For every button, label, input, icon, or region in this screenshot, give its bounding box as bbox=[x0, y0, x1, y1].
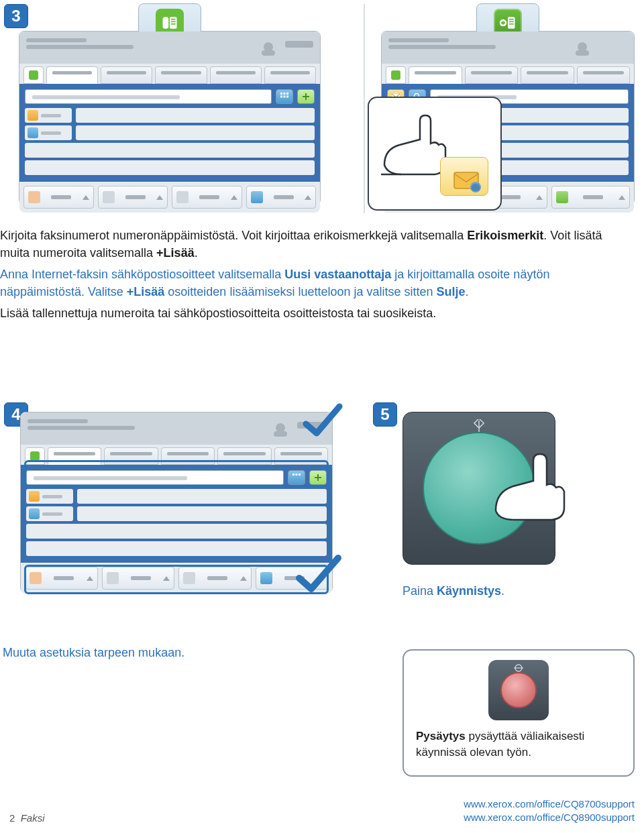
tab-row bbox=[19, 64, 320, 84]
panel-body bbox=[19, 84, 320, 182]
recipient-rows bbox=[25, 108, 315, 175]
bold-text: Erikoismerkit bbox=[467, 229, 543, 242]
svg-rect-15 bbox=[509, 19, 514, 20]
checkmark-icon bbox=[295, 553, 342, 602]
svg-rect-12 bbox=[303, 96, 309, 97]
step4-caption: Muuta asetuksia tarpeen mukaan. bbox=[3, 644, 325, 661]
support-links: www.xerox.com/office/CQ8700support www.x… bbox=[464, 797, 635, 824]
bold-text: Sulje bbox=[437, 285, 466, 298]
hand-pressing-icon bbox=[490, 449, 571, 522]
tab[interactable] bbox=[274, 447, 328, 465]
stop-symbol-icon bbox=[513, 663, 524, 675]
svg-rect-5 bbox=[280, 93, 282, 95]
svg-rect-10 bbox=[286, 96, 288, 98]
bold-text: Uusi vastaanottaja bbox=[284, 268, 391, 281]
panel-header bbox=[19, 32, 320, 64]
panel-bottom-row bbox=[21, 563, 332, 594]
tab-lead-icon bbox=[386, 66, 406, 84]
page-title: Faksi bbox=[21, 812, 45, 824]
tab[interactable] bbox=[465, 66, 519, 84]
tab-lead-icon bbox=[23, 66, 44, 84]
text: . bbox=[195, 246, 198, 260]
bold-text: Pysäytys bbox=[416, 730, 466, 742]
svg-rect-27 bbox=[315, 477, 321, 478]
page-footer: 2 Faksi www.xerox.com/office/CQ8700suppo… bbox=[0, 797, 644, 824]
svg-rect-4 bbox=[171, 23, 176, 25]
option-card[interactable] bbox=[551, 186, 630, 209]
text: osoitteiden lisäämiseksi luetteloon ja v… bbox=[164, 285, 436, 298]
tab[interactable] bbox=[48, 447, 101, 465]
tab[interactable] bbox=[104, 447, 158, 465]
fax-number-input[interactable] bbox=[25, 89, 272, 104]
add-button[interactable] bbox=[309, 470, 327, 485]
tab[interactable] bbox=[161, 447, 215, 465]
svg-rect-0 bbox=[163, 17, 169, 29]
add-button[interactable] bbox=[297, 89, 315, 104]
hand-callout bbox=[368, 97, 502, 211]
instruction-block: Kirjoita faksinumerot numeronäppäimistös… bbox=[0, 227, 633, 322]
page-number-block: 2 Faksi bbox=[9, 812, 45, 824]
recipient-rows bbox=[26, 489, 327, 556]
tab-row bbox=[382, 64, 634, 84]
svg-rect-24 bbox=[296, 474, 298, 476]
tab[interactable] bbox=[101, 66, 152, 84]
svg-rect-17 bbox=[509, 23, 514, 25]
dialpad-button[interactable] bbox=[276, 89, 293, 104]
option-card[interactable] bbox=[25, 567, 98, 590]
text: Lisää tallennettuja numeroita tai sähköp… bbox=[0, 307, 436, 320]
panel-header bbox=[21, 412, 332, 445]
svg-rect-23 bbox=[292, 474, 294, 476]
step-badge-3: 3 bbox=[4, 4, 28, 28]
svg-rect-3 bbox=[171, 21, 176, 22]
stop-device bbox=[488, 660, 549, 720]
svg-rect-8 bbox=[280, 96, 282, 98]
checkmark-icon bbox=[302, 401, 343, 445]
fax-number-input[interactable] bbox=[26, 470, 284, 485]
bold-text: +Lisää bbox=[156, 246, 195, 260]
text: . bbox=[466, 285, 469, 298]
page-number: 2 bbox=[9, 812, 15, 824]
vertical-divider bbox=[364, 4, 365, 213]
confirm-panel bbox=[20, 412, 333, 593]
panel-header bbox=[382, 32, 634, 64]
stop-caption: Pysäytys pysäyttää väliaikaisesti käynni… bbox=[416, 728, 621, 761]
support-url: www.xerox.com/office/CQ8900support bbox=[464, 811, 635, 824]
tab-lead-icon bbox=[25, 447, 45, 465]
option-card[interactable] bbox=[172, 186, 242, 209]
tab[interactable] bbox=[264, 66, 316, 84]
option-card[interactable] bbox=[102, 567, 175, 590]
support-url: www.xerox.com/office/CQ8700support bbox=[464, 797, 635, 811]
text: . bbox=[501, 584, 504, 598]
tab[interactable] bbox=[155, 66, 207, 84]
option-card[interactable] bbox=[178, 567, 252, 590]
svg-rect-9 bbox=[284, 96, 286, 98]
tab[interactable] bbox=[217, 447, 271, 465]
stop-card: Pysäytys pysäyttää väliaikaisesti käynni… bbox=[402, 649, 635, 777]
svg-rect-25 bbox=[299, 474, 301, 476]
text: Paina bbox=[402, 584, 437, 598]
option-card[interactable] bbox=[246, 186, 317, 209]
tab[interactable] bbox=[577, 66, 631, 84]
tab[interactable] bbox=[210, 66, 262, 84]
tab[interactable] bbox=[521, 66, 574, 84]
recipient-envelope-button[interactable] bbox=[440, 157, 488, 196]
option-card[interactable] bbox=[98, 186, 168, 209]
tab-row bbox=[21, 445, 332, 465]
step5-caption: Paina Käynnistys. bbox=[402, 582, 631, 600]
text: Muuta asetuksia tarpeen mukaan. bbox=[3, 646, 184, 659]
fax-panel-left bbox=[19, 31, 321, 205]
option-card[interactable] bbox=[23, 186, 94, 209]
start-device bbox=[402, 412, 555, 565]
panel-bottom-row bbox=[19, 182, 320, 213]
tab[interactable] bbox=[409, 66, 462, 84]
text: Anna Internet-faksin sähköpostiosoitteet… bbox=[0, 268, 284, 281]
step-badge-5: 5 bbox=[373, 402, 397, 427]
stop-button[interactable] bbox=[500, 672, 537, 708]
bold-text: Käynnistys bbox=[437, 584, 501, 598]
svg-rect-7 bbox=[286, 93, 288, 95]
panel-body bbox=[21, 465, 332, 563]
text: Kirjoita faksinumerot numeronäppäimistös… bbox=[0, 229, 467, 242]
bold-text: +Lisää bbox=[127, 285, 165, 298]
tab[interactable] bbox=[46, 66, 98, 84]
dialpad-button[interactable] bbox=[288, 470, 305, 485]
